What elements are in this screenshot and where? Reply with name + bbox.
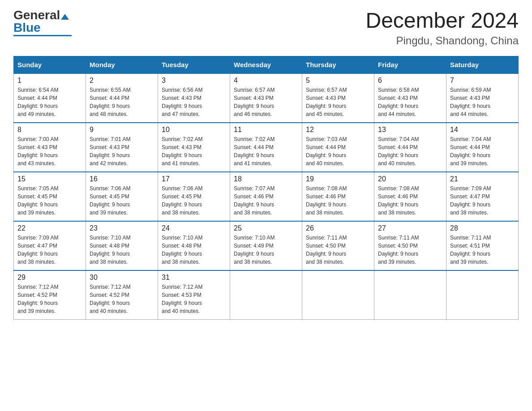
day-info: Sunrise: 6:54 AM Sunset: 4:44 PM Dayligh… xyxy=(17,86,82,118)
day-number: 3 xyxy=(162,77,226,85)
day-number: 16 xyxy=(90,175,154,183)
week-row-2: 8 Sunrise: 7:00 AM Sunset: 4:43 PM Dayli… xyxy=(14,123,519,172)
day-number: 9 xyxy=(90,126,154,134)
day-number: 15 xyxy=(17,175,82,183)
calendar-cell: 10 Sunrise: 7:02 AM Sunset: 4:43 PM Dayl… xyxy=(158,123,230,172)
calendar-cell: 11 Sunrise: 7:02 AM Sunset: 4:44 PM Dayl… xyxy=(230,123,302,172)
month-title: December 2024 xyxy=(365,9,519,33)
calendar-cell: 21 Sunrise: 7:09 AM Sunset: 4:47 PM Dayl… xyxy=(446,172,519,221)
day-number: 28 xyxy=(450,224,515,232)
day-number: 4 xyxy=(234,77,298,85)
day-info: Sunrise: 7:04 AM Sunset: 4:44 PM Dayligh… xyxy=(378,135,442,167)
day-number: 12 xyxy=(306,126,370,134)
day-info: Sunrise: 6:59 AM Sunset: 4:43 PM Dayligh… xyxy=(450,86,515,118)
day-number: 20 xyxy=(378,175,442,183)
calendar-cell: 15 Sunrise: 7:05 AM Sunset: 4:45 PM Dayl… xyxy=(14,172,86,221)
day-info: Sunrise: 7:10 AM Sunset: 4:48 PM Dayligh… xyxy=(162,234,226,266)
calendar-cell: 5 Sunrise: 6:57 AM Sunset: 4:43 PM Dayli… xyxy=(302,73,374,123)
day-number: 29 xyxy=(17,274,82,282)
calendar-cell: 22 Sunrise: 7:09 AM Sunset: 4:47 PM Dayl… xyxy=(14,221,86,270)
day-info: Sunrise: 7:07 AM Sunset: 4:46 PM Dayligh… xyxy=(234,184,298,217)
day-info: Sunrise: 7:02 AM Sunset: 4:44 PM Dayligh… xyxy=(234,135,298,167)
week-row-4: 22 Sunrise: 7:09 AM Sunset: 4:47 PM Dayl… xyxy=(14,221,519,270)
day-number: 21 xyxy=(450,175,515,183)
day-number: 30 xyxy=(90,274,154,282)
title-block: December 2024 Pingdu, Shandong, China xyxy=(365,9,519,47)
calendar-cell: 26 Sunrise: 7:11 AM Sunset: 4:50 PM Dayl… xyxy=(302,221,374,270)
day-number: 31 xyxy=(162,274,226,282)
day-info: Sunrise: 7:12 AM Sunset: 4:53 PM Dayligh… xyxy=(162,283,226,315)
day-number: 13 xyxy=(378,126,442,134)
day-info: Sunrise: 7:12 AM Sunset: 4:52 PM Dayligh… xyxy=(17,283,82,315)
day-info: Sunrise: 6:57 AM Sunset: 4:43 PM Dayligh… xyxy=(306,86,370,118)
page-header: General Blue December 2024 Pingdu, Shand… xyxy=(13,9,519,47)
day-info: Sunrise: 7:11 AM Sunset: 4:50 PM Dayligh… xyxy=(306,234,370,266)
calendar-cell: 13 Sunrise: 7:04 AM Sunset: 4:44 PM Dayl… xyxy=(374,123,446,172)
weekday-header-thursday: Thursday xyxy=(302,56,374,73)
calendar-cell: 17 Sunrise: 7:06 AM Sunset: 4:45 PM Dayl… xyxy=(158,172,230,221)
day-number: 11 xyxy=(234,126,298,134)
day-info: Sunrise: 7:04 AM Sunset: 4:44 PM Dayligh… xyxy=(450,135,515,167)
day-info: Sunrise: 7:11 AM Sunset: 4:50 PM Dayligh… xyxy=(378,234,442,266)
calendar-cell: 6 Sunrise: 6:58 AM Sunset: 4:43 PM Dayli… xyxy=(374,73,446,123)
calendar-cell: 4 Sunrise: 6:57 AM Sunset: 4:43 PM Dayli… xyxy=(230,73,302,123)
day-number: 10 xyxy=(162,126,226,134)
calendar-cell: 23 Sunrise: 7:10 AM Sunset: 4:48 PM Dayl… xyxy=(86,221,158,270)
logo-text: General xyxy=(13,9,69,21)
calendar-cell: 1 Sunrise: 6:54 AM Sunset: 4:44 PM Dayli… xyxy=(14,73,86,123)
calendar-cell: 16 Sunrise: 7:06 AM Sunset: 4:45 PM Dayl… xyxy=(86,172,158,221)
calendar-cell xyxy=(374,270,446,320)
calendar-cell: 8 Sunrise: 7:00 AM Sunset: 4:43 PM Dayli… xyxy=(14,123,86,172)
day-number: 22 xyxy=(17,224,82,232)
calendar-cell xyxy=(230,270,302,320)
day-info: Sunrise: 7:05 AM Sunset: 4:45 PM Dayligh… xyxy=(17,184,82,217)
logo-underline xyxy=(13,35,72,36)
day-info: Sunrise: 6:56 AM Sunset: 4:43 PM Dayligh… xyxy=(162,86,226,118)
day-info: Sunrise: 7:06 AM Sunset: 4:45 PM Dayligh… xyxy=(162,184,226,217)
calendar-cell xyxy=(446,270,519,320)
logo-blue-text: Blue xyxy=(13,21,41,34)
day-info: Sunrise: 7:08 AM Sunset: 4:46 PM Dayligh… xyxy=(306,184,370,217)
day-info: Sunrise: 7:09 AM Sunset: 4:47 PM Dayligh… xyxy=(450,184,515,217)
day-number: 7 xyxy=(450,77,515,85)
weekday-header-wednesday: Wednesday xyxy=(230,56,302,73)
day-info: Sunrise: 7:11 AM Sunset: 4:51 PM Dayligh… xyxy=(450,234,515,266)
day-info: Sunrise: 7:10 AM Sunset: 4:49 PM Dayligh… xyxy=(234,234,298,266)
day-number: 24 xyxy=(162,224,226,232)
calendar-cell: 29 Sunrise: 7:12 AM Sunset: 4:52 PM Dayl… xyxy=(14,270,86,320)
day-number: 1 xyxy=(17,77,82,85)
calendar-cell: 14 Sunrise: 7:04 AM Sunset: 4:44 PM Dayl… xyxy=(446,123,519,172)
calendar-cell: 3 Sunrise: 6:56 AM Sunset: 4:43 PM Dayli… xyxy=(158,73,230,123)
week-row-1: 1 Sunrise: 6:54 AM Sunset: 4:44 PM Dayli… xyxy=(14,73,519,123)
day-number: 27 xyxy=(378,224,442,232)
day-info: Sunrise: 7:06 AM Sunset: 4:45 PM Dayligh… xyxy=(90,184,154,217)
day-number: 19 xyxy=(306,175,370,183)
logo: General Blue xyxy=(13,9,72,36)
calendar-cell: 27 Sunrise: 7:11 AM Sunset: 4:50 PM Dayl… xyxy=(374,221,446,270)
calendar-cell: 7 Sunrise: 6:59 AM Sunset: 4:43 PM Dayli… xyxy=(446,73,519,123)
calendar-table: SundayMondayTuesdayWednesdayThursdayFrid… xyxy=(13,56,519,320)
day-info: Sunrise: 7:03 AM Sunset: 4:44 PM Dayligh… xyxy=(306,135,370,167)
weekday-header-saturday: Saturday xyxy=(446,56,519,73)
day-number: 2 xyxy=(90,77,154,85)
day-info: Sunrise: 7:00 AM Sunset: 4:43 PM Dayligh… xyxy=(17,135,82,167)
week-row-3: 15 Sunrise: 7:05 AM Sunset: 4:45 PM Dayl… xyxy=(14,172,519,221)
day-info: Sunrise: 6:55 AM Sunset: 4:44 PM Dayligh… xyxy=(90,86,154,118)
day-number: 18 xyxy=(234,175,298,183)
calendar-cell: 30 Sunrise: 7:12 AM Sunset: 4:52 PM Dayl… xyxy=(86,270,158,320)
day-info: Sunrise: 7:01 AM Sunset: 4:43 PM Dayligh… xyxy=(90,135,154,167)
week-row-5: 29 Sunrise: 7:12 AM Sunset: 4:52 PM Dayl… xyxy=(14,270,519,320)
calendar-cell xyxy=(302,270,374,320)
day-info: Sunrise: 7:09 AM Sunset: 4:47 PM Dayligh… xyxy=(17,234,82,266)
calendar-cell: 31 Sunrise: 7:12 AM Sunset: 4:53 PM Dayl… xyxy=(158,270,230,320)
weekday-header-sunday: Sunday xyxy=(14,56,86,73)
day-number: 8 xyxy=(17,126,82,134)
calendar-cell: 2 Sunrise: 6:55 AM Sunset: 4:44 PM Dayli… xyxy=(86,73,158,123)
calendar-cell: 18 Sunrise: 7:07 AM Sunset: 4:46 PM Dayl… xyxy=(230,172,302,221)
day-info: Sunrise: 7:02 AM Sunset: 4:43 PM Dayligh… xyxy=(162,135,226,167)
weekday-header-tuesday: Tuesday xyxy=(158,56,230,73)
day-info: Sunrise: 6:58 AM Sunset: 4:43 PM Dayligh… xyxy=(378,86,442,118)
weekday-header-friday: Friday xyxy=(374,56,446,73)
weekday-header-row: SundayMondayTuesdayWednesdayThursdayFrid… xyxy=(14,56,519,73)
weekday-header-monday: Monday xyxy=(86,56,158,73)
